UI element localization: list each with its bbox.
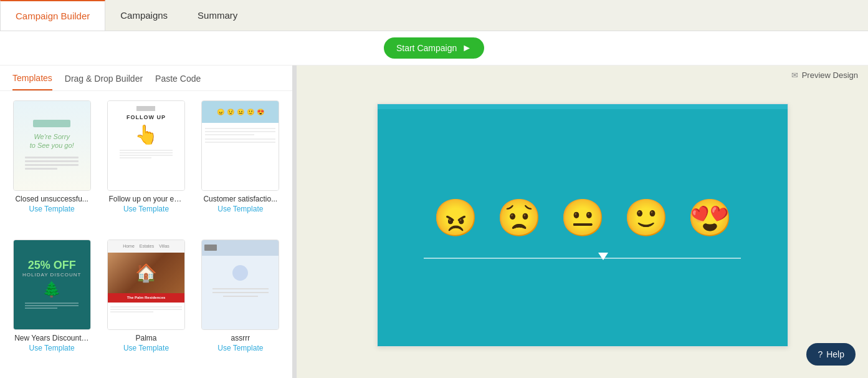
template-name-satisfaction: Customer satisfactio... [203, 195, 277, 203]
template-thumb-goodbye: We're Sorryto See you go! [13, 100, 91, 191]
tab-campaign-builder[interactable]: Campaign Builder [0, 0, 105, 31]
template-use-discount[interactable]: Use Template [29, 344, 75, 352]
email-top-border [378, 104, 788, 109]
template-use-satisfaction[interactable]: Use Template [217, 205, 263, 213]
emoji-neutral[interactable]: 😐 [560, 196, 605, 239]
template-card-new-years[interactable]: 25% OFF HOLIDAY DISCOUNT 🌲 New Years Dis… [9, 240, 94, 369]
emoji-sad[interactable]: 😟 [497, 196, 541, 239]
preview-area: 😠 😟 😐 🙂 😍 [297, 85, 868, 378]
rating-slider[interactable] [424, 258, 740, 259]
template-card-follow-up[interactable]: FOLLOW UP 👆 Follow up on your en... Use … [103, 100, 188, 230]
header-tabs: Campaign Builder Campaigns Summary [0, 0, 868, 31]
tab-campaigns[interactable]: Campaigns [105, 0, 183, 31]
help-button[interactable]: ? Help [806, 343, 856, 366]
tab-summary[interactable]: Summary [183, 0, 252, 31]
arrow-icon: ► [462, 42, 472, 54]
emoji-angry[interactable]: 😠 [433, 196, 478, 239]
template-name-assrrr: assrrr [231, 334, 250, 342]
envelope-icon: ✉ [791, 70, 798, 80]
tab-templates[interactable]: Templates [12, 73, 52, 90]
template-card-palma[interactable]: HomeEstatesVillas 🏠 The Palm Residences [103, 240, 188, 369]
start-campaign-button[interactable]: Start Campaign ► [384, 37, 484, 59]
template-thumb-palma: HomeEstatesVillas 🏠 The Palm Residences [107, 240, 185, 330]
template-name-closed: Closed unsuccessfu... [15, 195, 88, 203]
toolbar: Start Campaign ► [0, 31, 868, 65]
template-card-assrrr[interactable]: assrrr Use Template [198, 240, 283, 369]
tab-drag-drop-builder[interactable]: Drag & Drop Builder [65, 74, 143, 90]
emoji-love[interactable]: 😍 [687, 196, 732, 239]
template-use-followup[interactable]: Use Template [123, 205, 169, 213]
left-panel: Templates Drag & Drop Builder Paste Code… [0, 65, 293, 378]
slider-track [424, 258, 740, 259]
email-teal-body: 😠 😟 😐 🙂 😍 [378, 109, 788, 346]
template-use-assrrr[interactable]: Use Template [217, 344, 263, 352]
template-thumb-discount: 25% OFF HOLIDAY DISCOUNT 🌲 [13, 240, 91, 330]
emoji-happy[interactable]: 🙂 [624, 196, 669, 239]
emoji-rating-row: 😠 😟 😐 🙂 😍 [433, 196, 732, 239]
help-icon: ? [818, 349, 823, 359]
tab-paste-code[interactable]: Paste Code [155, 74, 201, 90]
template-thumb-followup: FOLLOW UP 👆 [107, 100, 185, 191]
right-panel: ✉ Preview Design 😠 😟 😐 🙂 😍 [297, 65, 868, 378]
preview-design-button[interactable]: ✉ Preview Design [791, 70, 858, 80]
template-name-palma: Palma [135, 334, 156, 342]
template-card-closed-unsuccessful[interactable]: We're Sorryto See you go! Closed unsucce… [9, 100, 94, 230]
template-use-closed[interactable]: Use Template [29, 205, 75, 213]
template-thumb-satisfaction: 😠 😟 😐 🙂 😍 [201, 100, 279, 191]
templates-grid: We're Sorryto See you go! Closed unsucce… [0, 91, 292, 378]
template-use-palma[interactable]: Use Template [123, 344, 169, 352]
template-card-satisfaction[interactable]: 😠 😟 😐 🙂 😍 [198, 100, 283, 230]
slider-thumb [598, 253, 608, 260]
template-name-discount: New Years Discount ... [14, 334, 89, 342]
sub-tabs: Templates Drag & Drop Builder Paste Code [0, 65, 292, 91]
main-content: Templates Drag & Drop Builder Paste Code… [0, 65, 868, 378]
email-preview: 😠 😟 😐 🙂 😍 [377, 104, 788, 347]
template-name-followup: Follow up on your en... [108, 195, 183, 203]
template-thumb-assrrr [201, 240, 279, 330]
preview-header: ✉ Preview Design [297, 65, 868, 85]
